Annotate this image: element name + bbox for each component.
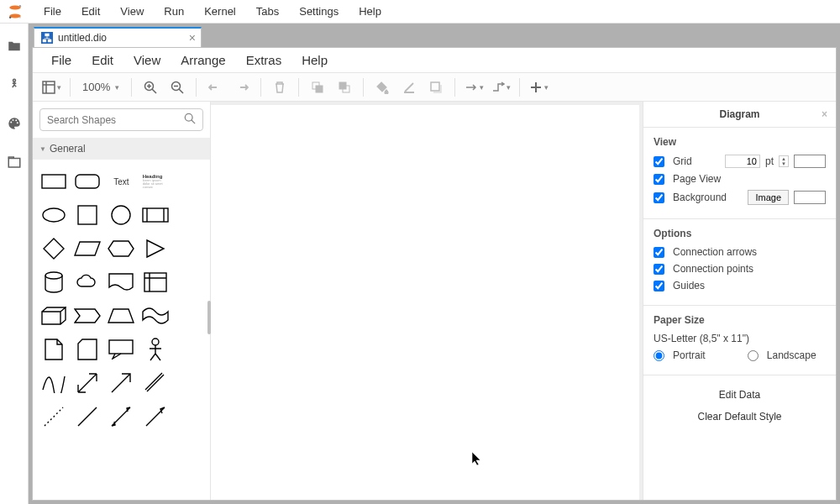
shape-parallelogram[interactable] <box>72 234 102 264</box>
shape-rounded-rect[interactable] <box>72 166 102 197</box>
palette-icon[interactable] <box>7 116 22 131</box>
shape-ellipse[interactable] <box>39 200 69 230</box>
line-color-icon[interactable] <box>396 76 423 99</box>
svg-rect-23 <box>431 82 439 91</box>
dio-menu-file[interactable]: File <box>41 50 81 71</box>
conn-arrows-checkbox[interactable] <box>654 247 664 258</box>
shape-blank2[interactable] <box>174 200 204 230</box>
grid-checkbox[interactable] <box>654 156 664 167</box>
folder-icon[interactable] <box>7 39 22 54</box>
shape-cube[interactable] <box>39 301 69 331</box>
jp-menu-kernel[interactable]: Kernel <box>194 2 246 21</box>
guides-checkbox[interactable] <box>654 281 664 291</box>
shape-text-heading[interactable]: Headinglorem ipsum dolor sit amet consec <box>140 166 171 197</box>
jp-menu-tabs[interactable]: Tabs <box>246 2 289 21</box>
shape-trapezoid[interactable] <box>106 301 136 331</box>
grid-color-swatch[interactable] <box>794 155 826 168</box>
shape-internal-storage[interactable] <box>140 267 171 297</box>
shape-blank7[interactable] <box>174 368 204 398</box>
waypoint-icon[interactable]: ▾ <box>487 76 514 99</box>
dio-menu-arrange[interactable]: Arrange <box>171 50 235 71</box>
portrait-radio[interactable] <box>654 350 664 361</box>
shape-step[interactable] <box>72 301 102 331</box>
search-shapes-box[interactable] <box>39 108 203 131</box>
shape-blank8[interactable] <box>174 402 204 432</box>
dio-menu-edit[interactable]: Edit <box>81 50 123 71</box>
background-color-swatch[interactable] <box>794 191 826 204</box>
shape-bidirectional-arrow[interactable] <box>72 368 102 398</box>
connection-icon[interactable]: ▾ <box>460 76 487 99</box>
shape-actor[interactable] <box>140 334 171 365</box>
clear-style-link[interactable]: Clear Default Style <box>654 406 826 428</box>
grid-stepper[interactable]: ▲▼ <box>779 155 789 167</box>
shape-line-bidir[interactable] <box>106 402 136 432</box>
landscape-radio[interactable] <box>748 350 759 361</box>
tab-close-icon[interactable]: × <box>189 31 196 45</box>
format-close-icon[interactable]: × <box>822 108 827 120</box>
shape-card[interactable] <box>72 334 102 365</box>
tabs-icon[interactable] <box>7 155 22 170</box>
shape-text[interactable]: Text <box>106 166 136 197</box>
to-back-icon[interactable] <box>331 76 358 99</box>
jp-menu-edit[interactable]: Edit <box>71 2 110 21</box>
shape-circle[interactable] <box>106 200 136 230</box>
svg-point-3 <box>9 16 11 18</box>
shape-rectangle[interactable] <box>39 166 69 197</box>
insert-icon[interactable]: ▾ <box>525 76 552 99</box>
shape-arrow[interactable] <box>106 368 136 398</box>
running-icon[interactable] <box>7 77 22 92</box>
shape-square[interactable] <box>72 200 102 230</box>
shape-line[interactable] <box>72 402 102 432</box>
shape-hexagon[interactable] <box>106 234 136 264</box>
zoom-out-icon[interactable] <box>164 76 191 99</box>
conn-points-checkbox[interactable] <box>654 264 664 275</box>
jp-menu-settings[interactable]: Settings <box>289 2 349 21</box>
dio-menu-help[interactable]: Help <box>291 50 338 71</box>
shape-cylinder[interactable] <box>39 267 69 297</box>
shape-note[interactable] <box>39 334 69 365</box>
jp-menu-help[interactable]: Help <box>349 2 391 21</box>
shape-blank5[interactable] <box>174 301 204 331</box>
zoom-level[interactable]: 100%▾ <box>76 76 126 99</box>
shape-line-arrow[interactable] <box>140 402 171 432</box>
shape-blank3[interactable] <box>174 234 204 264</box>
shape-double-line[interactable] <box>140 368 171 398</box>
shape-blank[interactable] <box>174 166 204 197</box>
dio-menu-extras[interactable]: Extras <box>236 50 292 71</box>
to-front-icon[interactable] <box>304 76 331 99</box>
redo-icon[interactable] <box>228 76 255 99</box>
sidebar-splitter[interactable] <box>207 301 211 334</box>
shape-cloud[interactable] <box>72 267 102 297</box>
shape-process[interactable] <box>140 200 171 230</box>
canvas[interactable] <box>211 102 643 500</box>
fill-color-icon[interactable] <box>369 76 396 99</box>
pageview-checkbox[interactable] <box>654 174 664 185</box>
background-image-button[interactable]: Image <box>748 190 789 205</box>
tab-untitled[interactable]: untitled.dio × <box>34 27 202 47</box>
shape-blank6[interactable] <box>174 334 204 365</box>
zoom-in-icon[interactable] <box>137 76 164 99</box>
palette-general-header[interactable]: ▼ General <box>33 138 210 160</box>
search-input[interactable] <box>47 114 184 126</box>
shape-tape[interactable] <box>140 301 171 331</box>
delete-icon[interactable] <box>266 76 293 99</box>
edit-data-link[interactable]: Edit Data <box>654 384 826 406</box>
undo-icon[interactable] <box>202 76 228 99</box>
shape-curve[interactable] <box>39 368 69 398</box>
shape-diamond[interactable] <box>39 234 69 264</box>
shape-callout[interactable] <box>106 334 136 365</box>
grid-size-input[interactable] <box>725 155 760 168</box>
shape-document[interactable] <box>106 267 136 297</box>
shape-triangle[interactable] <box>140 234 171 264</box>
view-toggle-button[interactable]: ▾ <box>38 76 65 99</box>
shape-blank4[interactable] <box>174 267 204 297</box>
jp-menu-run[interactable]: Run <box>154 2 194 21</box>
background-checkbox[interactable] <box>654 192 664 203</box>
search-icon[interactable] <box>184 113 196 127</box>
jp-menu-view[interactable]: View <box>110 2 154 21</box>
shadow-icon[interactable] <box>423 76 449 99</box>
shape-dashed-line[interactable] <box>39 402 69 432</box>
papersize-value[interactable]: US-Letter (8,5" x 11") <box>654 333 749 344</box>
dio-menu-view[interactable]: View <box>123 50 171 71</box>
jp-menu-file[interactable]: File <box>34 2 71 21</box>
